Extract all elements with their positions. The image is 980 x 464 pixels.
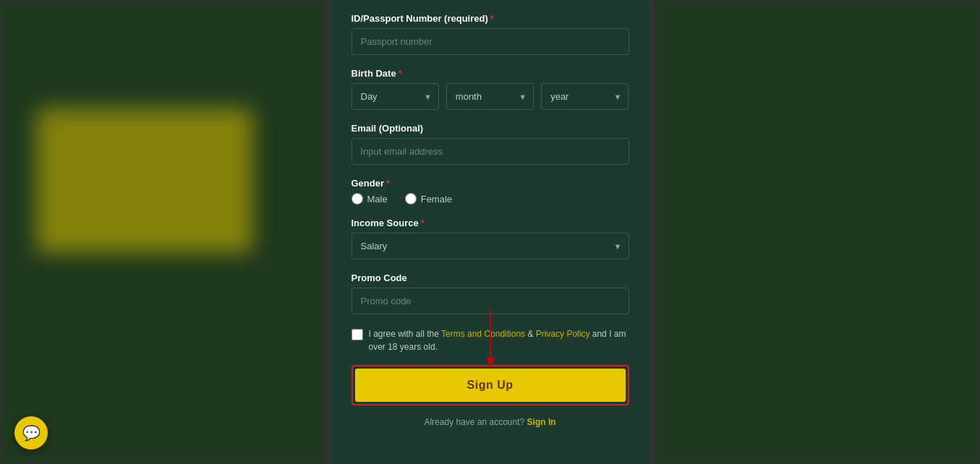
terms-text: I agree with all the Terms and Condition… — [369, 327, 629, 353]
birthdate-required: * — [399, 68, 402, 79]
gender-required: * — [386, 178, 390, 189]
month-select[interactable]: month JanuaryFebruary — [446, 83, 534, 110]
gender-row: Male Female — [351, 193, 629, 205]
male-radio-label[interactable]: Male — [351, 193, 388, 205]
female-label-text: Female — [421, 194, 452, 205]
promo-label: Promo Code — [351, 272, 629, 283]
signup-btn-wrapper: Sign Up — [351, 365, 629, 405]
email-input[interactable] — [351, 138, 629, 165]
signin-row: Already have an account? Sign In — [351, 414, 629, 427]
terms-checkbox[interactable] — [351, 329, 363, 340]
female-radio[interactable] — [405, 193, 417, 205]
gender-group: Gender* Male Female — [351, 178, 629, 205]
year-select-wrapper: year 20002001 ▼ — [541, 83, 629, 110]
month-select-wrapper: month JanuaryFebruary ▼ — [446, 83, 534, 110]
passport-label: ID/Passport Number (required)* — [351, 13, 629, 24]
signup-button[interactable]: Sign Up — [355, 369, 626, 402]
female-radio-label[interactable]: Female — [405, 193, 452, 205]
passport-group: ID/Passport Number (required)* — [351, 13, 629, 55]
income-select[interactable]: Salary Business Investment Other — [351, 233, 629, 259]
income-required: * — [421, 218, 425, 228]
signin-text: Already have an account? — [424, 417, 527, 427]
male-radio[interactable] — [351, 193, 363, 205]
signup-modal: ID/Passport Number (required)* Birth Dat… — [331, 0, 649, 464]
privacy-policy-link[interactable]: Privacy Policy — [536, 329, 590, 339]
terms-conditions-link[interactable]: Terms and Conditions — [441, 329, 525, 339]
passport-input[interactable] — [351, 28, 629, 55]
promo-group: Promo Code — [351, 272, 629, 314]
chat-bubble-button[interactable]: 💬 — [14, 416, 48, 450]
birthdate-group: Birth Date* Day 123 ▼ month JanuaryFebru… — [351, 68, 629, 110]
email-label: Email (Optional) — [351, 123, 629, 134]
promo-input[interactable] — [351, 288, 629, 314]
chat-icon: 💬 — [22, 424, 41, 442]
signin-link[interactable]: Sign In — [527, 417, 556, 427]
email-group: Email (Optional) — [351, 123, 629, 165]
birthdate-row: Day 123 ▼ month JanuaryFebruary ▼ year 2… — [351, 83, 629, 110]
passport-required: * — [490, 13, 494, 24]
birthdate-label: Birth Date* — [351, 68, 629, 79]
bg-right-blur — [655, 0, 980, 464]
day-select[interactable]: Day 123 — [351, 83, 439, 110]
terms-row: I agree with all the Terms and Condition… — [351, 327, 629, 353]
gender-label: Gender* — [351, 178, 629, 189]
income-select-wrapper: Salary Business Investment Other ▼ — [351, 233, 629, 259]
bg-yellow-blob — [36, 108, 253, 253]
year-select[interactable]: year 20002001 — [541, 83, 629, 110]
income-group: Income Source* Salary Business Investmen… — [351, 218, 629, 259]
male-label-text: Male — [367, 194, 388, 205]
income-label: Income Source* — [351, 218, 629, 228]
day-select-wrapper: Day 123 ▼ — [351, 83, 439, 110]
